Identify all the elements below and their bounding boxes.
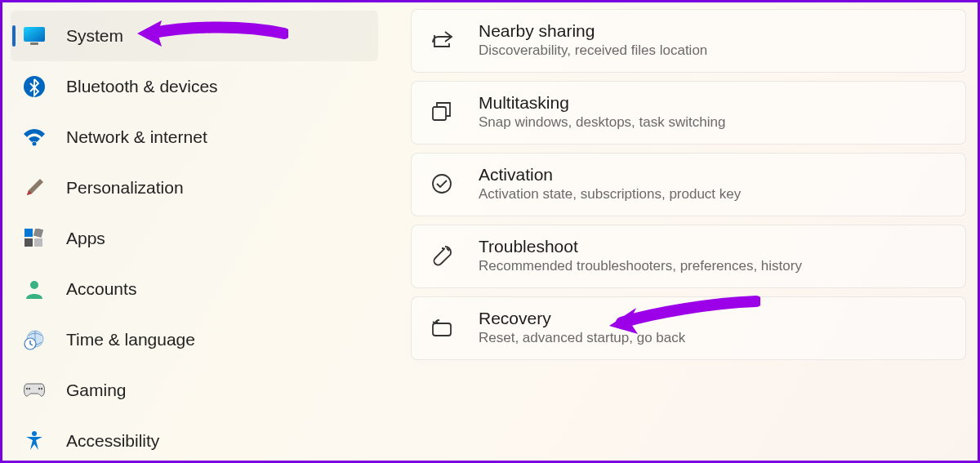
person-icon — [22, 277, 47, 301]
sidebar-item-apps[interactable]: Apps — [11, 213, 378, 264]
setting-card-multitasking[interactable]: Multitasking Snap windows, desktops, tas… — [411, 81, 966, 145]
sidebar-item-gaming[interactable]: Gaming — [11, 365, 378, 416]
card-title: Nearby sharing — [479, 21, 707, 41]
accessibility-icon — [22, 429, 47, 453]
sidebar-item-label: Network & internet — [66, 127, 207, 147]
svg-point-15 — [32, 431, 37, 436]
sidebar-item-bluetooth[interactable]: Bluetooth & devices — [11, 61, 378, 112]
card-text: Multitasking Snap windows, desktops, tas… — [479, 93, 725, 131]
card-description: Snap windows, desktops, task switching — [479, 114, 725, 131]
svg-point-17 — [433, 175, 451, 193]
card-title: Troubleshoot — [479, 237, 802, 256]
card-description: Discoverability, received files location — [479, 42, 707, 59]
card-description: Recommended troubleshooters, preferences… — [479, 258, 802, 274]
sidebar-item-label: Gaming — [66, 381, 127, 400]
svg-point-13 — [26, 388, 28, 390]
card-title: Recovery — [479, 309, 685, 328]
apps-icon — [22, 226, 47, 251]
card-description: Activation state, subscriptions, product… — [479, 186, 741, 203]
setting-card-activation[interactable]: Activation Activation state, subscriptio… — [411, 153, 966, 216]
sidebar-item-label: Accessibility — [66, 431, 159, 451]
svg-rect-1 — [30, 42, 38, 45]
svg-rect-5 — [33, 229, 43, 238]
sidebar-item-label: Apps — [66, 229, 105, 248]
card-title: Activation — [479, 165, 741, 185]
svg-point-8 — [30, 281, 38, 289]
card-description: Reset, advanced startup, go back — [479, 330, 685, 346]
sidebar-item-network[interactable]: Network & internet — [11, 112, 378, 162]
sidebar-item-accessibility[interactable]: Accessibility — [11, 416, 378, 463]
svg-point-3 — [33, 142, 37, 146]
sidebar-item-accounts[interactable]: Accounts — [11, 264, 378, 314]
wifi-icon — [22, 125, 47, 149]
gamepad-icon — [22, 378, 47, 403]
svg-rect-7 — [34, 238, 42, 247]
sidebar-item-label: Bluetooth & devices — [66, 77, 218, 96]
svg-rect-16 — [433, 107, 446, 120]
sidebar-item-system[interactable]: System — [11, 11, 378, 61]
setting-card-troubleshoot[interactable]: Troubleshoot Recommended troubleshooters… — [411, 225, 966, 288]
recovery-icon — [430, 315, 454, 340]
setting-card-recovery[interactable]: Recovery Reset, advanced startup, go bac… — [411, 296, 966, 360]
sidebar-item-time[interactable]: Time & language — [11, 314, 378, 365]
share-icon — [430, 28, 454, 52]
card-title: Multitasking — [479, 93, 725, 113]
settings-list: Nearby sharing Discoverability, received… — [386, 2, 978, 461]
sidebar-item-personalization[interactable]: Personalization — [11, 162, 378, 213]
svg-rect-18 — [433, 323, 451, 336]
sidebar-item-label: System — [66, 26, 123, 46]
svg-point-12 — [38, 388, 40, 390]
system-icon — [22, 24, 47, 48]
svg-point-14 — [41, 388, 42, 390]
card-text: Recovery Reset, advanced startup, go bac… — [479, 309, 685, 346]
bluetooth-icon — [22, 74, 47, 99]
card-text: Activation Activation state, subscriptio… — [479, 165, 741, 203]
card-text: Nearby sharing Discoverability, received… — [479, 21, 707, 59]
svg-point-11 — [29, 388, 30, 390]
svg-rect-0 — [24, 27, 45, 42]
sidebar-item-label: Accounts — [66, 279, 136, 299]
sidebar-item-label: Personalization — [66, 178, 184, 198]
sidebar: System Bluetooth & devices Network & int… — [2, 2, 386, 461]
svg-rect-6 — [24, 238, 33, 247]
sidebar-item-label: Time & language — [66, 330, 195, 349]
clock-globe-icon — [22, 327, 47, 352]
card-text: Troubleshoot Recommended troubleshooters… — [479, 237, 802, 274]
multitask-icon — [430, 100, 454, 124]
setting-card-nearby-sharing[interactable]: Nearby sharing Discoverability, received… — [411, 9, 966, 73]
settings-window: System Bluetooth & devices Network & int… — [2, 2, 978, 461]
wrench-icon — [430, 243, 454, 268]
svg-rect-4 — [24, 229, 33, 237]
selection-indicator — [12, 25, 16, 47]
brush-icon — [22, 176, 47, 200]
check-circle-icon — [430, 171, 454, 196]
